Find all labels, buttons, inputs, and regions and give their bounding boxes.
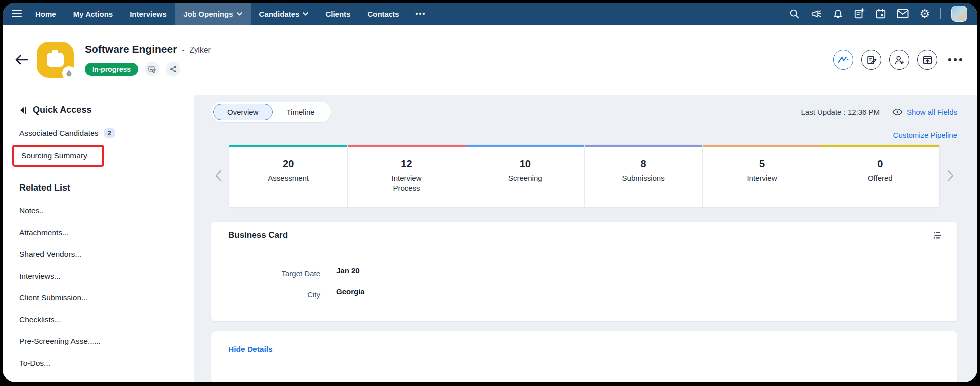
field-value-city[interactable]: Georgia — [336, 287, 586, 302]
zia-icon[interactable] — [833, 50, 853, 70]
app-window: Home My Actions Interviews Job Openings … — [3, 3, 977, 382]
megaphone-icon[interactable] — [810, 8, 822, 19]
list-view-icon[interactable] — [933, 231, 942, 239]
nav-item-interviews[interactable]: Interviews — [121, 3, 175, 25]
stage-label: Assessment — [261, 173, 316, 196]
sidebar-item-attachments[interactable]: Attachments... — [19, 228, 184, 237]
status-history-icon[interactable] — [145, 62, 159, 76]
sidebar-item-to-dos[interactable]: To-Dos... — [19, 359, 184, 368]
calendar-icon[interactable] — [875, 8, 886, 19]
sidebar-item-client-submission[interactable]: Client Submission... — [19, 293, 184, 302]
hide-details-link[interactable]: Hide Details — [228, 345, 273, 353]
sourcing-summary-highlight[interactable]: Sourcing Summary — [12, 145, 104, 167]
content-row: Quick Access Associated Candidates 2 Sou… — [3, 95, 977, 382]
stage-color-strip — [585, 145, 702, 147]
nav-items: Home My Actions Interviews Job Openings … — [27, 3, 434, 25]
note-add-icon[interactable] — [854, 8, 865, 19]
stage-label: Offered — [853, 173, 908, 196]
related-list-title: Related List — [19, 183, 184, 193]
sidebar-item-pre-screening[interactable]: Pre-Screening Asse...... — [19, 337, 184, 346]
more-options[interactable] — [948, 58, 962, 61]
share-icon[interactable] — [166, 62, 180, 76]
stage-color-strip — [229, 145, 347, 147]
publish-icon[interactable] — [917, 50, 937, 70]
edit-note-icon[interactable] — [861, 50, 881, 70]
nav-label: Job Openings — [184, 10, 233, 18]
related-list: Notes.. Attachments... Shared Vendors...… — [19, 206, 184, 382]
status-badge[interactable]: In-progress — [85, 63, 138, 76]
field-city: City Georgia — [211, 287, 957, 302]
chevron-down-icon — [303, 12, 308, 16]
stage-count: 0 — [821, 158, 939, 170]
stage-interview-process[interactable]: 12 Interview Process — [347, 145, 465, 207]
title-block: Software Engineer - Zylker In-progress — [85, 43, 211, 76]
nav-item-candidates[interactable]: Candidates — [251, 3, 317, 25]
stage-color-strip — [703, 145, 820, 147]
pipeline-prev-icon[interactable] — [211, 170, 225, 182]
mail-icon[interactable] — [897, 9, 909, 19]
record-header: Software Engineer - Zylker In-progress — [3, 25, 977, 95]
tab-overview[interactable]: Overview — [213, 104, 273, 120]
nav-more-button[interactable]: ••• — [408, 3, 434, 25]
stage-submissions[interactable]: 8 Submissions — [584, 145, 702, 207]
pipeline-next-icon[interactable] — [943, 170, 957, 182]
nav-item-my-actions[interactable]: My Actions — [65, 3, 121, 25]
bell-icon[interactable] — [833, 8, 843, 19]
show-all-fields-label: Show all Fields — [907, 108, 957, 116]
nav-item-contacts[interactable]: Contacts — [359, 3, 407, 25]
stage-interview[interactable]: 5 Interview — [702, 145, 820, 207]
sidebar-item-checklists[interactable]: Checklists... — [19, 315, 184, 324]
eye-icon — [892, 108, 903, 116]
stage-count: 12 — [348, 158, 465, 170]
company-name: Zylker — [189, 46, 211, 55]
field-value-target-date[interactable]: Jan 20 — [336, 266, 586, 281]
nav-label: Clients — [325, 10, 350, 18]
stage-count: 20 — [229, 158, 347, 170]
nav-item-clients[interactable]: Clients — [317, 3, 359, 25]
nav-divider — [940, 8, 941, 19]
hot-job-badge — [62, 66, 76, 80]
stage-label: Screening — [498, 173, 553, 196]
sidebar-item-interviews[interactable]: Interviews... — [19, 272, 184, 281]
add-person-icon[interactable] — [889, 50, 909, 70]
sidebar-item-shared-vendors[interactable]: Shared Vendors... — [19, 250, 184, 259]
nav-label: Interviews — [130, 10, 166, 18]
hiring-pipeline: 20 Assessment 12 Interview Process 10 Sc… — [211, 145, 957, 207]
stage-label: Interview — [734, 173, 789, 196]
user-avatar[interactable] — [951, 6, 967, 22]
chevron-down-icon — [237, 12, 242, 16]
stage-screening[interactable]: 10 Screening — [466, 145, 584, 207]
search-icon[interactable] — [789, 8, 800, 19]
meta-divider — [886, 107, 886, 117]
stage-label: Submissions — [616, 173, 671, 196]
view-tabs: Overview Timeline — [211, 102, 331, 122]
stage-count: 10 — [466, 158, 584, 170]
associated-candidates-label: Associated Candidates — [19, 129, 99, 138]
settings-gear-icon[interactable]: ⚙ — [919, 8, 930, 20]
collapse-sidebar-icon[interactable] — [19, 106, 27, 114]
hamburger-menu-icon[interactable] — [12, 3, 22, 25]
stage-assessment[interactable]: 20 Assessment — [229, 145, 347, 207]
show-all-fields-button[interactable]: Show all Fields — [892, 108, 957, 116]
associated-candidates-count: 2 — [104, 128, 115, 138]
stage-count: 8 — [585, 158, 702, 170]
nav-item-home[interactable]: Home — [27, 3, 65, 25]
back-arrow-icon[interactable] — [15, 54, 29, 65]
customize-pipeline-link[interactable]: Customize Pipeline — [893, 131, 957, 139]
pipeline-stages: 20 Assessment 12 Interview Process 10 Sc… — [229, 145, 939, 207]
sidebar-item-sourcing-summary[interactable]: Sourcing Summary — [21, 151, 87, 160]
sidebar-item-associated-candidates[interactable]: Associated Candidates 2 — [19, 128, 184, 138]
tab-timeline[interactable]: Timeline — [273, 104, 329, 120]
business-card-panel: Business Card Target Date Jan 20 City — [211, 222, 957, 321]
nav-item-job-openings[interactable]: Job Openings — [175, 3, 251, 25]
page-title: Software Engineer — [85, 43, 177, 55]
sidebar-item-notes[interactable]: Notes.. — [19, 206, 184, 215]
stage-offered[interactable]: 0 Offered — [821, 145, 939, 207]
sidebar-item-agreements[interactable]: Agreements... — [19, 380, 184, 382]
briefcase-icon — [47, 53, 64, 67]
nav-label: Candidates — [259, 10, 300, 18]
job-opening-icon — [37, 42, 74, 78]
stage-count: 5 — [703, 158, 820, 170]
quick-access-title: Quick Access — [33, 105, 91, 115]
nav-right-icons: ⚙ — [789, 3, 977, 25]
